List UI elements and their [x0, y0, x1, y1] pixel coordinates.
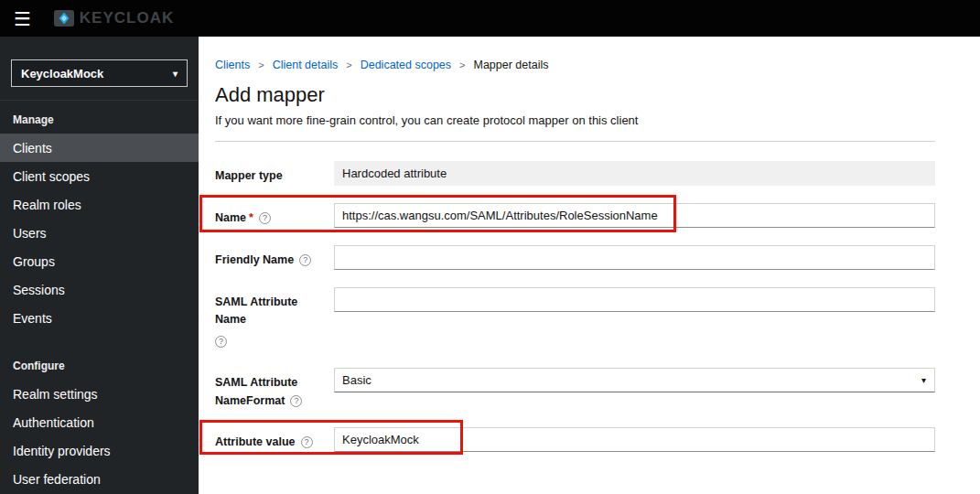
name-label-text: Name: [215, 211, 246, 224]
top-bar: ☰ KEYCLOAK: [0, 0, 980, 37]
form-row-saml-attribute-name: SAML Attribute Name ?: [215, 287, 935, 350]
breadcrumb-client-details[interactable]: Client details: [273, 59, 339, 71]
breadcrumb-separator-icon: >: [459, 59, 465, 70]
form-row-name: Name*?: [215, 203, 935, 228]
sidebar-divider: [0, 100, 199, 101]
page-subtitle: If you want more fine-grain control, you…: [215, 113, 935, 127]
sidebar-item-sessions[interactable]: Sessions: [0, 275, 199, 304]
sidebar-item-clients[interactable]: Clients: [0, 134, 199, 162]
attribute-value-label: Attribute value?: [215, 427, 334, 452]
main-content: Clients > Client details > Dedicated sco…: [199, 37, 980, 494]
realm-selector[interactable]: KeycloakMock ▾: [11, 59, 188, 87]
breadcrumb-clients[interactable]: Clients: [215, 59, 250, 71]
saml-nameformat-label: SAML Attribute NameFormat?: [215, 368, 334, 410]
chevron-down-icon: ▾: [921, 375, 926, 385]
sidebar-item-identity-providers[interactable]: Identity providers: [0, 436, 199, 465]
breadcrumb-mapper-details: Mapper details: [473, 59, 548, 71]
saml-attribute-name-label-text: SAML Attribute Name: [215, 295, 297, 326]
saml-nameformat-selected-value: Basic: [342, 373, 372, 387]
required-asterisk: *: [249, 211, 253, 224]
mapper-type-label: Mapper type: [215, 161, 334, 186]
saml-nameformat-select[interactable]: Basic ▾: [334, 368, 935, 392]
keycloak-brand[interactable]: KEYCLOAK: [53, 7, 174, 29]
name-input[interactable]: [334, 203, 935, 228]
attribute-value-input[interactable]: [334, 427, 935, 452]
sidebar-item-authentication[interactable]: Authentication: [0, 408, 199, 436]
saml-attribute-name-label: SAML Attribute Name ?: [215, 287, 334, 350]
breadcrumb: Clients > Client details > Dedicated sco…: [215, 59, 935, 71]
saml-attribute-name-input[interactable]: [334, 287, 935, 312]
mapper-type-label-text: Mapper type: [215, 169, 283, 182]
attribute-value-label-text: Attribute value: [215, 435, 296, 448]
breadcrumb-separator-icon: >: [258, 59, 264, 70]
friendly-name-label-text: Friendly Name: [215, 253, 294, 266]
keycloak-logo-icon: [53, 7, 75, 29]
sidebar-nav: KeycloakMock ▾ Manage Clients Client sco…: [0, 37, 199, 494]
section-divider: [215, 141, 935, 142]
nav-section-manage: Manage: [0, 102, 199, 134]
name-help-icon[interactable]: ?: [259, 212, 271, 224]
realm-selector-label: KeycloakMock: [21, 67, 103, 81]
sidebar-item-realm-settings[interactable]: Realm settings: [0, 380, 199, 408]
sidebar-item-client-scopes[interactable]: Client scopes: [0, 162, 199, 190]
mapper-type-value: Hardcoded attribute: [334, 161, 935, 186]
attribute-value-help-icon[interactable]: ?: [301, 436, 313, 448]
friendly-name-input[interactable]: [334, 245, 935, 270]
form-row-mapper-type: Mapper type Hardcoded attribute: [215, 161, 935, 186]
breadcrumb-separator-icon: >: [346, 59, 351, 70]
sidebar-item-user-federation[interactable]: User federation: [0, 465, 199, 493]
form-row-friendly-name: Friendly Name?: [215, 245, 935, 270]
chevron-down-icon: ▾: [173, 69, 178, 79]
sidebar-item-realm-roles[interactable]: Realm roles: [0, 190, 199, 219]
friendly-name-label: Friendly Name?: [215, 245, 334, 270]
add-mapper-form: Mapper type Hardcoded attribute Name*? F…: [215, 161, 935, 494]
sidebar-item-users[interactable]: Users: [0, 219, 199, 247]
friendly-name-help-icon[interactable]: ?: [299, 254, 311, 266]
form-row-saml-nameformat: SAML Attribute NameFormat? Basic ▾: [215, 368, 935, 410]
nav-section-configure: Configure: [0, 332, 199, 380]
saml-nameformat-label-text: SAML Attribute NameFormat: [215, 376, 297, 406]
sidebar-item-events[interactable]: Events: [0, 304, 199, 332]
name-label: Name*?: [215, 203, 334, 228]
page-title: Add mapper: [215, 83, 935, 107]
form-row-attribute-value: Attribute value?: [215, 427, 935, 452]
breadcrumb-dedicated-scopes[interactable]: Dedicated scopes: [361, 59, 451, 71]
saml-nameformat-help-icon[interactable]: ?: [290, 395, 302, 407]
saml-attribute-name-help-icon[interactable]: ?: [215, 336, 227, 348]
keycloak-brand-text: KEYCLOAK: [80, 9, 174, 27]
hamburger-menu-icon[interactable]: ☰: [14, 9, 31, 28]
sidebar-item-groups[interactable]: Groups: [0, 247, 199, 275]
